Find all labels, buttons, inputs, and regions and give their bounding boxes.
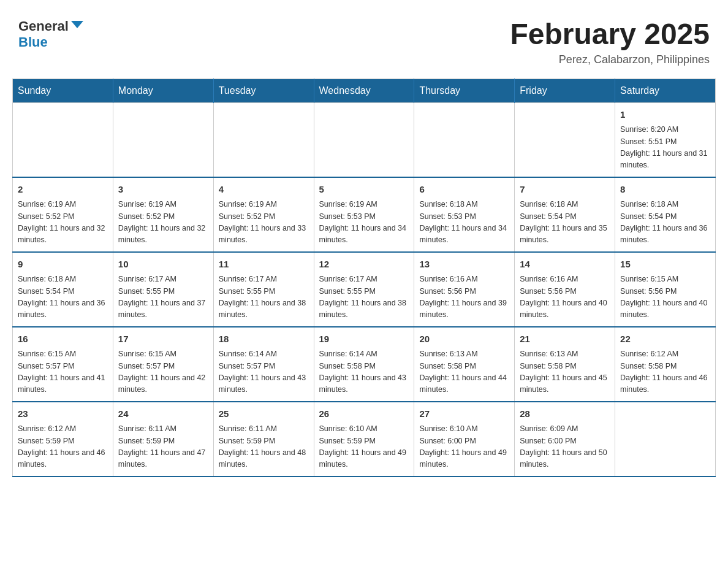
day-number: 22 (620, 332, 710, 347)
logo-blue-text: Blue (18, 34, 48, 50)
calendar-cell: 2Sunrise: 6:19 AMSunset: 5:52 PMDaylight… (13, 177, 113, 252)
calendar-cell: 21Sunrise: 6:13 AMSunset: 5:58 PMDayligh… (515, 327, 615, 402)
day-header-saturday: Saturday (615, 79, 716, 102)
day-info: Sunrise: 6:10 AMSunset: 5:59 PMDaylight:… (319, 423, 409, 471)
day-number: 5 (319, 183, 409, 197)
calendar-cell: 19Sunrise: 6:14 AMSunset: 5:58 PMDayligh… (314, 327, 414, 402)
day-number: 20 (419, 332, 509, 347)
calendar-cell: 16Sunrise: 6:15 AMSunset: 5:57 PMDayligh… (13, 327, 113, 402)
calendar-cell (314, 102, 414, 177)
days-of-week-row: SundayMondayTuesdayWednesdayThursdayFrid… (13, 79, 716, 102)
calendar-cell (615, 402, 716, 477)
logo-general-text: General (18, 18, 69, 34)
calendar-cell: 11Sunrise: 6:17 AMSunset: 5:55 PMDayligh… (213, 252, 314, 327)
calendar-cell: 25Sunrise: 6:11 AMSunset: 5:59 PMDayligh… (213, 402, 314, 477)
day-info: Sunrise: 6:10 AMSunset: 6:00 PMDaylight:… (419, 423, 509, 471)
day-info: Sunrise: 6:16 AMSunset: 5:56 PMDaylight:… (419, 274, 509, 321)
day-info: Sunrise: 6:17 AMSunset: 5:55 PMDaylight:… (219, 274, 309, 321)
calendar-cell: 5Sunrise: 6:19 AMSunset: 5:53 PMDaylight… (314, 177, 414, 252)
calendar-cell: 15Sunrise: 6:15 AMSunset: 5:56 PMDayligh… (615, 252, 716, 327)
calendar-table: SundayMondayTuesdayWednesdayThursdayFrid… (12, 79, 716, 477)
day-number: 21 (520, 332, 610, 347)
logo-arrow-icon (71, 21, 83, 28)
calendar-cell: 13Sunrise: 6:16 AMSunset: 5:56 PMDayligh… (414, 252, 515, 327)
day-info: Sunrise: 6:14 AMSunset: 5:57 PMDaylight:… (219, 348, 309, 396)
day-header-thursday: Thursday (414, 79, 515, 102)
calendar-cell: 8Sunrise: 6:18 AMSunset: 5:54 PMDaylight… (615, 177, 716, 252)
calendar-cell: 12Sunrise: 6:17 AMSunset: 5:55 PMDayligh… (314, 252, 414, 327)
week-row-1: 1Sunrise: 6:20 AMSunset: 5:51 PMDaylight… (13, 102, 716, 177)
calendar-cell: 28Sunrise: 6:09 AMSunset: 6:00 PMDayligh… (515, 402, 615, 477)
day-header-wednesday: Wednesday (314, 79, 414, 102)
day-info: Sunrise: 6:19 AMSunset: 5:53 PMDaylight:… (319, 199, 409, 247)
day-number: 2 (18, 183, 108, 197)
calendar-cell: 9Sunrise: 6:18 AMSunset: 5:54 PMDaylight… (13, 252, 113, 327)
day-info: Sunrise: 6:13 AMSunset: 5:58 PMDaylight:… (520, 348, 610, 396)
day-info: Sunrise: 6:09 AMSunset: 6:00 PMDaylight:… (520, 423, 610, 471)
week-row-3: 9Sunrise: 6:18 AMSunset: 5:54 PMDaylight… (13, 252, 716, 327)
day-info: Sunrise: 6:15 AMSunset: 5:56 PMDaylight:… (620, 274, 710, 321)
day-info: Sunrise: 6:19 AMSunset: 5:52 PMDaylight:… (118, 199, 208, 247)
calendar-cell: 23Sunrise: 6:12 AMSunset: 5:59 PMDayligh… (13, 402, 113, 477)
location-text: Perez, Calabarzon, Philippines (510, 53, 710, 66)
calendar-cell: 27Sunrise: 6:10 AMSunset: 6:00 PMDayligh… (414, 402, 515, 477)
day-number: 14 (520, 258, 610, 272)
calendar-cell (213, 102, 314, 177)
calendar-cell: 4Sunrise: 6:19 AMSunset: 5:52 PMDaylight… (213, 177, 314, 252)
calendar-cell (13, 102, 113, 177)
month-title: February 2025 (510, 18, 710, 51)
calendar-cell: 1Sunrise: 6:20 AMSunset: 5:51 PMDaylight… (615, 102, 716, 177)
day-info: Sunrise: 6:20 AMSunset: 5:51 PMDaylight:… (620, 124, 710, 172)
calendar-cell: 7Sunrise: 6:18 AMSunset: 5:54 PMDaylight… (515, 177, 615, 252)
day-number: 15 (620, 258, 710, 272)
day-number: 10 (118, 258, 208, 272)
calendar-cell: 3Sunrise: 6:19 AMSunset: 5:52 PMDaylight… (113, 177, 213, 252)
day-number: 4 (219, 183, 309, 197)
day-header-sunday: Sunday (13, 79, 113, 102)
day-info: Sunrise: 6:17 AMSunset: 5:55 PMDaylight:… (118, 274, 208, 321)
calendar-cell: 26Sunrise: 6:10 AMSunset: 5:59 PMDayligh… (314, 402, 414, 477)
week-row-5: 23Sunrise: 6:12 AMSunset: 5:59 PMDayligh… (13, 402, 716, 477)
calendar-cell: 20Sunrise: 6:13 AMSunset: 5:58 PMDayligh… (414, 327, 515, 402)
day-info: Sunrise: 6:16 AMSunset: 5:56 PMDaylight:… (520, 274, 610, 321)
day-number: 16 (18, 332, 108, 347)
calendar-cell: 6Sunrise: 6:18 AMSunset: 5:53 PMDaylight… (414, 177, 515, 252)
day-number: 7 (520, 183, 610, 197)
day-info: Sunrise: 6:18 AMSunset: 5:53 PMDaylight:… (419, 199, 509, 247)
calendar-cell: 10Sunrise: 6:17 AMSunset: 5:55 PMDayligh… (113, 252, 213, 327)
day-number: 25 (219, 407, 309, 421)
day-info: Sunrise: 6:18 AMSunset: 5:54 PMDaylight:… (620, 199, 710, 247)
day-info: Sunrise: 6:15 AMSunset: 5:57 PMDaylight:… (18, 348, 108, 396)
day-info: Sunrise: 6:17 AMSunset: 5:55 PMDaylight:… (319, 274, 409, 321)
day-number: 23 (18, 407, 108, 421)
calendar-cell: 14Sunrise: 6:16 AMSunset: 5:56 PMDayligh… (515, 252, 615, 327)
logo: General Blue (18, 18, 83, 50)
calendar-cell (113, 102, 213, 177)
day-info: Sunrise: 6:14 AMSunset: 5:58 PMDaylight:… (319, 348, 409, 396)
day-info: Sunrise: 6:12 AMSunset: 5:58 PMDaylight:… (620, 348, 710, 396)
day-header-friday: Friday (515, 79, 615, 102)
day-number: 9 (18, 258, 108, 272)
title-section: February 2025 Perez, Calabarzon, Philipp… (510, 18, 710, 66)
day-info: Sunrise: 6:18 AMSunset: 5:54 PMDaylight:… (18, 274, 108, 321)
week-row-4: 16Sunrise: 6:15 AMSunset: 5:57 PMDayligh… (13, 327, 716, 402)
calendar-cell (515, 102, 615, 177)
calendar-body: 1Sunrise: 6:20 AMSunset: 5:51 PMDaylight… (13, 102, 716, 477)
day-info: Sunrise: 6:12 AMSunset: 5:59 PMDaylight:… (18, 423, 108, 471)
day-info: Sunrise: 6:11 AMSunset: 5:59 PMDaylight:… (118, 423, 208, 471)
day-info: Sunrise: 6:19 AMSunset: 5:52 PMDaylight:… (18, 199, 108, 247)
day-number: 13 (419, 258, 509, 272)
day-number: 12 (319, 258, 409, 272)
calendar-cell: 24Sunrise: 6:11 AMSunset: 5:59 PMDayligh… (113, 402, 213, 477)
day-number: 11 (219, 258, 309, 272)
day-info: Sunrise: 6:11 AMSunset: 5:59 PMDaylight:… (219, 423, 309, 471)
calendar-cell: 17Sunrise: 6:15 AMSunset: 5:57 PMDayligh… (113, 327, 213, 402)
day-header-monday: Monday (113, 79, 213, 102)
day-number: 6 (419, 183, 509, 197)
day-number: 8 (620, 183, 710, 197)
calendar-cell (414, 102, 515, 177)
calendar-cell: 22Sunrise: 6:12 AMSunset: 5:58 PMDayligh… (615, 327, 716, 402)
day-number: 19 (319, 332, 409, 347)
day-header-tuesday: Tuesday (213, 79, 314, 102)
day-info: Sunrise: 6:15 AMSunset: 5:57 PMDaylight:… (118, 348, 208, 396)
